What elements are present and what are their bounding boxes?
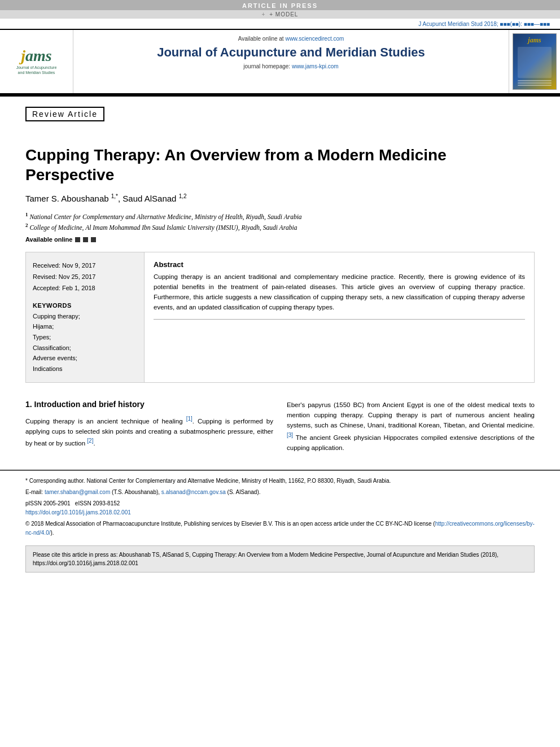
revised-date: Nov 25, 2017	[59, 273, 95, 280]
corresponding-note-text: * Corresponding author. National Center …	[25, 478, 391, 484]
abstract-text: Cupping therapy is an ancient traditiona…	[154, 272, 525, 312]
main-content: Review Article Cupping Therapy: An Overv…	[0, 97, 560, 470]
eissn: eISSN 2093-8152	[75, 500, 120, 506]
author1-name: Tamer S. Aboushanab	[25, 194, 109, 203]
email-label: E-mail:	[25, 489, 43, 495]
cover-line-2	[518, 82, 552, 84]
sciencedirect-link[interactable]: www.sciencedirect.com	[285, 36, 344, 42]
keyword-2: Hijama;	[33, 321, 137, 332]
keyword-6: Indications	[33, 364, 137, 374]
keyword-5: Adverse events;	[33, 353, 137, 364]
header-logo-left: jams Journal of Acupunctureand Meridian …	[0, 30, 73, 93]
ref-1: [1]	[186, 416, 193, 422]
authors-line: Tamer S. Aboushanab 1,*, Saud AlSanad 1,…	[25, 194, 535, 203]
available-online-line: Available online	[25, 236, 535, 243]
cover-lines	[518, 80, 552, 87]
author1-sup: 1,*	[111, 193, 118, 199]
homepage-label: journal homepage:	[243, 63, 290, 69]
received-date: Nov 9, 2017	[62, 262, 95, 269]
header-center: Available online at www.sciencedirect.co…	[73, 30, 509, 93]
abstract-right: Abstract Cupping therapy is an ancient t…	[145, 252, 534, 382]
journal-cover: jams	[513, 33, 557, 90]
doi-link[interactable]: https://doi.org/10.1016/j.jams.2018.02.0…	[25, 509, 131, 516]
keywords-list: Cupping therapy; Hijama; Types; Classifi…	[33, 311, 137, 374]
article-in-press-banner: ARTICLE IN PRESS	[0, 0, 560, 10]
model-text: + MODEL	[269, 11, 298, 18]
model-plus-icon: +	[262, 11, 266, 18]
metadata-box: Received: Nov 9, 2017 Revised: Nov 25, 2…	[26, 252, 145, 382]
cover-logo: jams	[528, 36, 541, 45]
revised-label: Revised:	[33, 273, 57, 280]
review-article-badge: Review Article	[25, 107, 104, 121]
corresponding-note: * Corresponding author. National Center …	[25, 477, 535, 486]
dates-box: Received: Nov 9, 2017 Revised: Nov 25, 2…	[33, 260, 137, 294]
cc-license-link[interactable]: http://creativecommons.org/licenses/by-n…	[25, 521, 535, 536]
available-online: Available online at www.sciencedirect.co…	[85, 36, 497, 42]
footer-copyright: © 2018 Medical Association of Pharmacoac…	[25, 519, 535, 538]
ref-2: [2]	[87, 438, 93, 444]
affil2-sup: 2	[25, 222, 28, 228]
abstract-title: Abstract	[154, 260, 525, 269]
cover-line-3	[518, 85, 552, 86]
author2-name: Saud AlSanad	[123, 194, 176, 203]
email1-attr: (T.S. Aboushanab),	[112, 489, 160, 495]
available-online-article-label: Available online	[25, 236, 72, 243]
keywords-title: KEYWORDS	[33, 302, 137, 309]
footer-email: E-mail: tamer.shaban@gmail.com (T.S. Abo…	[25, 488, 535, 497]
revised-line: Revised: Nov 25, 2017	[33, 272, 137, 283]
header-logo-right: jams	[509, 30, 560, 93]
pissn: pISSN 2005-2901	[25, 500, 71, 506]
section1-col1-text: Cupping therapy is an ancient technique …	[25, 414, 273, 449]
citation-line-text: J Acupunct Meridian Stud 2018; ■■■(■■): …	[418, 21, 550, 27]
affiliation1-text: National Center for Complementary and Al…	[29, 213, 301, 220]
received-label: Received:	[33, 262, 60, 269]
email2-attr: (S. AlSanad).	[228, 489, 261, 495]
journal-homepage-link[interactable]: www.jams-kpi.com	[292, 63, 339, 69]
keyword-4: Classification;	[33, 343, 137, 353]
body-col-right: Eber's papyrus (1550 BC) from Ancient Eg…	[287, 400, 535, 453]
keyword-1: Cupping therapy;	[33, 311, 137, 322]
journal-cover-inner: jams	[513, 34, 556, 89]
affiliation2-text: College of Medicine, Al Imam Mohammad Ib…	[29, 224, 297, 231]
abstract-divider	[154, 319, 525, 320]
affiliations: 1 National Center for Complementary and …	[25, 211, 535, 233]
accepted-line: Accepted: Feb 1, 2018	[33, 283, 137, 294]
section1-col2-text: Eber's papyrus (1550 BC) from Ancient Eg…	[287, 400, 535, 453]
accepted-label: Accepted:	[33, 285, 60, 291]
abstract-section: Received: Nov 9, 2017 Revised: Nov 25, 2…	[25, 252, 535, 383]
header-section: jams Journal of Acupunctureand Meridian …	[0, 30, 560, 95]
body-section: 1. Introduction and brief history Cuppin…	[25, 400, 535, 453]
logo-j: j	[21, 47, 25, 64]
affil1-sup: 1	[25, 212, 28, 217]
email1-link[interactable]: tamer.shaban@gmail.com	[45, 489, 110, 495]
body-col-left: 1. Introduction and brief history Cuppin…	[25, 400, 273, 453]
journal-homepage: journal homepage: www.jams-kpi.com	[85, 63, 497, 69]
jams-logo-text: jams	[16, 48, 57, 64]
logo-subtitle: Journal of Acupunctureand Meridian Studi…	[16, 65, 57, 75]
cover-image-simulation	[518, 47, 552, 78]
email2-link[interactable]: s.alsanad@nccam.gov.sa	[161, 489, 226, 495]
section1-title: 1. Introduction and brief history	[25, 400, 273, 409]
footer-section: * Corresponding author. National Center …	[0, 470, 560, 541]
citation-box: Please cite this article in press as: Ab…	[25, 545, 535, 573]
keyword-3: Types;	[33, 332, 137, 343]
black-square-1	[75, 237, 80, 242]
footer-issn: pISSN 2005-2901 eISSN 2093-8152	[25, 499, 535, 508]
ref-3: [3]	[287, 432, 293, 438]
black-square-3	[91, 237, 96, 242]
cover-line-1	[518, 80, 552, 81]
journal-citation: J Acupunct Meridian Stud 2018; ■■■(■■): …	[0, 19, 560, 30]
article-title: Cupping Therapy: An Overview from a Mode…	[25, 145, 535, 185]
accepted-date: Feb 1, 2018	[62, 285, 95, 291]
black-square-2	[83, 237, 88, 242]
journal-title: Journal of Acupuncture and Meridian Stud…	[85, 45, 497, 60]
model-banner: + + MODEL	[0, 10, 560, 19]
author2-sup: 1,2	[179, 193, 187, 199]
available-online-label: Available online at	[238, 36, 284, 42]
citation-text: Please cite this article in press as: Ab…	[33, 552, 498, 566]
jams-logo: jams Journal of Acupunctureand Meridian …	[16, 48, 57, 75]
article-in-press-text: ARTICLE IN PRESS	[242, 2, 318, 9]
footer-doi: https://doi.org/10.1016/j.jams.2018.02.0…	[25, 508, 535, 517]
received-line: Received: Nov 9, 2017	[33, 260, 137, 272]
